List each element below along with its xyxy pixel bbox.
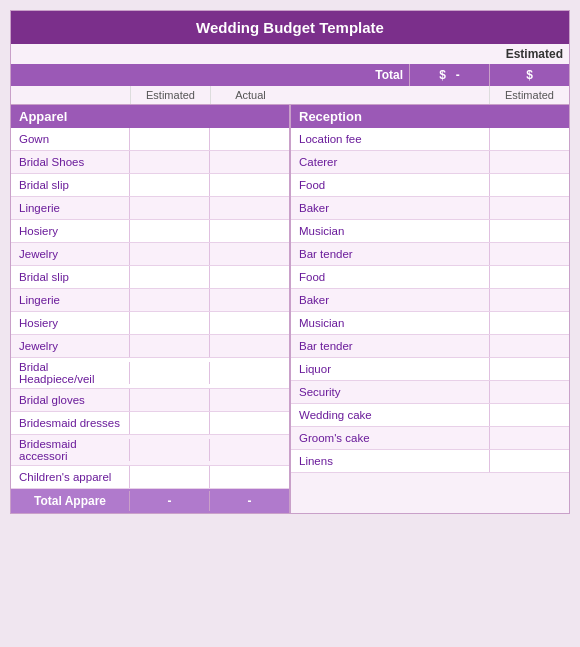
left-data-row: Hosiery <box>11 220 289 243</box>
left-row-estimated[interactable] <box>129 412 209 434</box>
right-rows: Location fee Caterer Food Baker Musician… <box>291 128 569 473</box>
right-data-row: Bar tender <box>291 335 569 358</box>
total-currency: $ - <box>409 64 489 86</box>
left-row-estimated[interactable] <box>129 197 209 219</box>
right-data-row: Groom's cake <box>291 427 569 450</box>
right-row-label: Baker <box>291 199 489 217</box>
right-row-estimated[interactable] <box>489 404 569 426</box>
left-row-estimated[interactable] <box>129 174 209 196</box>
left-row-label: Lingerie <box>11 199 129 217</box>
right-row-estimated[interactable] <box>489 151 569 173</box>
right-data-row: Caterer <box>291 151 569 174</box>
left-panel: Apparel Gown Bridal Shoes Bridal slip Li… <box>11 105 291 513</box>
left-row-actual[interactable] <box>209 128 289 150</box>
left-row-estimated[interactable] <box>129 439 209 461</box>
left-row-estimated[interactable] <box>129 243 209 265</box>
right-row-estimated[interactable] <box>489 220 569 242</box>
right-row-estimated[interactable] <box>489 266 569 288</box>
right-row-estimated[interactable] <box>489 427 569 449</box>
left-data-row: Bridesmaid accessori <box>11 435 289 466</box>
left-row-estimated[interactable] <box>129 362 209 384</box>
left-row-label: Hosiery <box>11 222 129 240</box>
left-row-estimated[interactable] <box>129 128 209 150</box>
left-row-estimated[interactable] <box>129 266 209 288</box>
right-row-label: Musician <box>291 314 489 332</box>
left-row-actual[interactable] <box>209 335 289 357</box>
left-row-actual[interactable] <box>209 289 289 311</box>
right-data-row: Linens <box>291 450 569 473</box>
right-row-label: Groom's cake <box>291 429 489 447</box>
left-row-actual[interactable] <box>209 439 289 461</box>
left-row-label: Gown <box>11 130 129 148</box>
data-section: Apparel Gown Bridal Shoes Bridal slip Li… <box>11 105 569 513</box>
right-row-label: Caterer <box>291 153 489 171</box>
reception-header: Reception <box>291 105 569 128</box>
left-data-row: Bridal Shoes <box>11 151 289 174</box>
right-row-estimated[interactable] <box>489 381 569 403</box>
left-row-actual[interactable] <box>209 197 289 219</box>
left-row-actual[interactable] <box>209 220 289 242</box>
main-title: Wedding Budget Template <box>11 11 569 44</box>
left-row-estimated[interactable] <box>129 151 209 173</box>
left-row-estimated[interactable] <box>129 312 209 334</box>
right-data-row: Food <box>291 174 569 197</box>
left-row-estimated[interactable] <box>129 466 209 488</box>
right-row-label: Security <box>291 383 489 401</box>
col-header-estimated: Estimated <box>130 86 210 104</box>
budget-container: Wedding Budget Template Estimated Total … <box>10 10 570 514</box>
left-row-estimated[interactable] <box>129 220 209 242</box>
left-data-row: Lingerie <box>11 197 289 220</box>
col-header-estimated2: Estimated <box>489 86 569 104</box>
right-row-estimated[interactable] <box>489 450 569 472</box>
apparel-footer-val1: - <box>129 491 209 511</box>
left-row-label: Bridal Shoes <box>11 153 129 171</box>
left-row-actual[interactable] <box>209 151 289 173</box>
right-data-row: Musician <box>291 312 569 335</box>
left-data-row: Bridal gloves <box>11 389 289 412</box>
right-data-row: Baker <box>291 289 569 312</box>
right-row-label: Wedding cake <box>291 406 489 424</box>
right-row-estimated[interactable] <box>489 289 569 311</box>
left-row-estimated[interactable] <box>129 289 209 311</box>
total-row: Total $ - $ <box>11 64 569 86</box>
apparel-footer: Total Appare - - <box>11 489 289 513</box>
left-row-label: Bridal slip <box>11 268 129 286</box>
left-data-row: Bridesmaid dresses <box>11 412 289 435</box>
right-row-estimated[interactable] <box>489 174 569 196</box>
left-row-label: Bridal gloves <box>11 391 129 409</box>
right-row-label: Bar tender <box>291 245 489 263</box>
left-data-row: Hosiery <box>11 312 289 335</box>
left-row-actual[interactable] <box>209 466 289 488</box>
left-data-row: Jewelry <box>11 335 289 358</box>
left-row-estimated[interactable] <box>129 335 209 357</box>
right-row-estimated[interactable] <box>489 335 569 357</box>
right-row-estimated[interactable] <box>489 128 569 150</box>
left-row-actual[interactable] <box>209 266 289 288</box>
left-row-label: Jewelry <box>11 245 129 263</box>
right-row-estimated[interactable] <box>489 358 569 380</box>
left-row-actual[interactable] <box>209 362 289 384</box>
left-data-row: Gown <box>11 128 289 151</box>
right-data-row: Wedding cake <box>291 404 569 427</box>
right-data-row: Liquor <box>291 358 569 381</box>
right-row-label: Food <box>291 268 489 286</box>
right-data-row: Food <box>291 266 569 289</box>
apparel-footer-val2: - <box>209 491 289 511</box>
left-data-row: Lingerie <box>11 289 289 312</box>
left-row-actual[interactable] <box>209 243 289 265</box>
left-row-actual[interactable] <box>209 412 289 434</box>
left-row-actual[interactable] <box>209 312 289 334</box>
right-row-label: Food <box>291 176 489 194</box>
right-row-estimated[interactable] <box>489 312 569 334</box>
left-row-actual[interactable] <box>209 174 289 196</box>
apparel-footer-label: Total Appare <box>11 494 129 508</box>
left-row-label: Bridal slip <box>11 176 129 194</box>
right-row-label: Liquor <box>291 360 489 378</box>
right-row-estimated[interactable] <box>489 197 569 219</box>
left-row-estimated[interactable] <box>129 389 209 411</box>
total-estimated: $ <box>489 64 569 86</box>
left-row-actual[interactable] <box>209 389 289 411</box>
left-row-label: Bridal Headpiece/veil <box>11 358 129 388</box>
right-row-label: Musician <box>291 222 489 240</box>
right-row-estimated[interactable] <box>489 243 569 265</box>
